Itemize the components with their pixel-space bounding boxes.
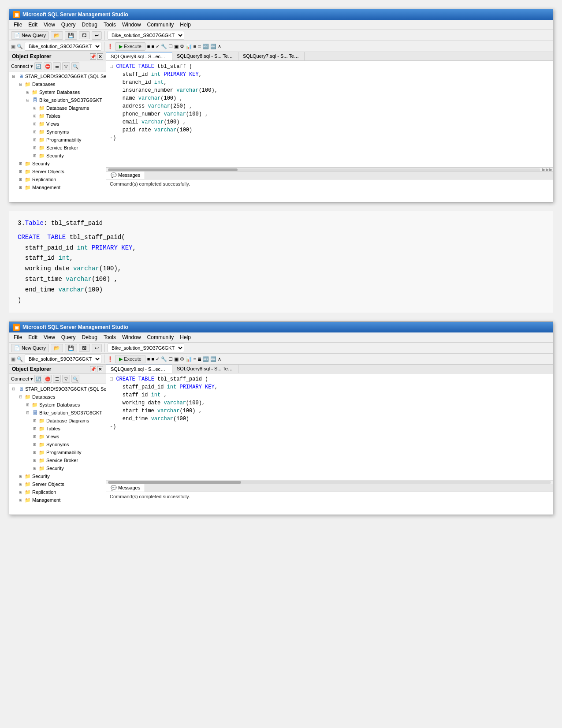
tree-item-databases-2[interactable]: ⊟ 📁 Databases — [9, 393, 106, 401]
expander-server-2[interactable]: ⊟ — [10, 385, 17, 392]
tab-query8-2[interactable]: SQLQuery8.sql - S... Techno Park (59)) — [172, 365, 238, 373]
expander-databases-2[interactable]: ⊟ — [17, 393, 24, 400]
tree-item-diagrams-1[interactable]: ⊞ 📁 Database Diagrams — [9, 104, 106, 112]
oe-btn2-2[interactable]: ⛔ — [44, 375, 52, 383]
oe-btn3-2[interactable]: ☰ — [53, 375, 61, 383]
expander-security-db-2[interactable]: ⊞ — [31, 465, 38, 472]
expander-tables-2[interactable]: ⊞ — [31, 425, 38, 432]
expander-prog-1[interactable]: ⊞ — [31, 136, 38, 143]
menu-community-2[interactable]: Community — [145, 333, 177, 341]
expander-security-srv-2[interactable]: ⊞ — [17, 473, 24, 480]
tab-query9-1[interactable]: SQLQuery9.sql - S...echno Park (60))* — [106, 52, 172, 60]
expander-databases-1[interactable]: ⊟ — [17, 81, 24, 88]
undo-btn-1[interactable]: ↩ — [92, 31, 102, 40]
save-btn-1[interactable]: 💾 — [65, 31, 77, 40]
tab-query9-2[interactable]: SQLQuery9.sql - S...echno Park (60))* — [106, 365, 172, 373]
new-query-btn-1[interactable]: 📄 New Query — [11, 31, 49, 40]
expander-management-2[interactable]: ⊞ — [17, 497, 24, 504]
tree-item-tables-1[interactable]: ⊞ 📁 Tables — [9, 112, 106, 120]
menu-help-1[interactable]: Help — [177, 21, 194, 29]
save-all-btn-1[interactable]: 🖫 — [79, 31, 90, 39]
db-dropdown-2[interactable]: Bike_solution_S9O37G6GKT — [25, 42, 101, 51]
menu-file-2[interactable]: File — [11, 333, 25, 341]
oe-btn1-2[interactable]: 🔄 — [34, 375, 42, 383]
tree-item-servicebroker-1[interactable]: ⊞ 📁 Service Broker — [9, 144, 106, 152]
execute-btn-1[interactable]: ▶ Execute — [115, 42, 145, 51]
tree-item-prog-2[interactable]: ⊞ 📁 Programmability — [9, 448, 106, 456]
tree-item-security-db-1[interactable]: ⊞ 📁 Security — [9, 152, 106, 160]
scrollbar-track-1[interactable] — [108, 168, 540, 171]
tree-item-bikedb-1[interactable]: ⊟ 🗄 Bike_solution_S9O37G6GKT — [9, 96, 106, 104]
oe-btn1-1[interactable]: 🔄 — [34, 62, 42, 70]
tree-item-servicebroker-2[interactable]: ⊞ 📁 Service Broker — [9, 456, 106, 464]
tree-item-bikedb-2[interactable]: ⊟ 🗄 Bike_solution_S9O37G6GKT — [9, 409, 106, 417]
oe-btn3-1[interactable]: ☰ — [53, 62, 61, 70]
expander-security-db-1[interactable]: ⊞ — [31, 152, 38, 159]
menu-tools-2[interactable]: Tools — [101, 333, 119, 341]
oe-pin-btn-1[interactable]: 📌 — [90, 53, 96, 60]
expander-prog-2[interactable]: ⊞ — [31, 449, 38, 456]
tree-item-security-srv-1[interactable]: ⊞ 📁 Security — [9, 160, 106, 168]
undo-btn-2[interactable]: ↩ — [92, 344, 102, 352]
oe-filter-btn-1[interactable]: ▽ — [62, 62, 70, 70]
scrollbar-track-2[interactable] — [108, 481, 551, 484]
tree-item-replication-2[interactable]: ⊞ 📁 Replication — [9, 488, 106, 496]
expander-bikedb-1[interactable]: ⊟ — [24, 97, 31, 104]
menu-view-2[interactable]: View — [41, 333, 58, 341]
tree-item-databases-1[interactable]: ⊟ 📁 Databases — [9, 80, 106, 88]
expander-views-2[interactable]: ⊞ — [31, 433, 38, 440]
menu-query-2[interactable]: Query — [59, 333, 78, 341]
oe-search-btn-2[interactable]: 🔍 — [71, 375, 79, 383]
menu-file-1[interactable]: File — [11, 21, 25, 29]
tree-item-security-db-2[interactable]: ⊞ 📁 Security — [9, 464, 106, 472]
db-dropdown-3[interactable]: Bike_solution_S9O37G6GKT — [108, 343, 184, 352]
expander-servicebroker-1[interactable]: ⊞ — [31, 144, 38, 151]
expander-synonyms-2[interactable]: ⊞ — [31, 441, 38, 448]
menu-debug-1[interactable]: Debug — [79, 21, 100, 29]
tree-item-synonyms-2[interactable]: ⊞ 📁 Synonyms — [9, 441, 106, 448]
tree-item-views-2[interactable]: ⊞ 📁 Views — [9, 433, 106, 441]
save-btn-2[interactable]: 💾 — [65, 344, 77, 352]
execute-btn-2[interactable]: ▶ Execute — [115, 355, 145, 363]
save-all-btn-2[interactable]: 🖫 — [79, 344, 90, 352]
expander-server-1[interactable]: ⊟ — [10, 73, 17, 80]
tree-item-serverobj-2[interactable]: ⊞ 📁 Server Objects — [9, 480, 106, 488]
tree-item-server-1[interactable]: ⊟ 🖥 STAR_LORD\S9O37G6GKT (SQL Serv... — [9, 72, 106, 80]
messages-tab-1[interactable]: 💬 Messages — [106, 172, 145, 179]
menu-view-1[interactable]: View — [41, 21, 58, 29]
menu-community-1[interactable]: Community — [145, 21, 177, 29]
expander-replication-1[interactable]: ⊞ — [17, 176, 24, 183]
menu-window-1[interactable]: Window — [119, 21, 144, 29]
expander-diagrams-1[interactable]: ⊞ — [31, 105, 38, 112]
tree-item-synonyms-1[interactable]: ⊞ 📁 Synonyms — [9, 128, 106, 136]
tab-query8-1[interactable]: SQLQuery8.sql - S... Techno Park (59)) — [172, 52, 238, 60]
tree-item-diagrams-2[interactable]: ⊞ 📁 Database Diagrams — [9, 417, 106, 425]
open-btn-1[interactable]: 📂 — [51, 31, 63, 40]
expander-synonyms-1[interactable]: ⊞ — [31, 128, 38, 135]
tree-item-server-2[interactable]: ⊟ 🖥 STAR_LORD\S9O37G6GKT (SQL Serv... — [9, 385, 106, 393]
tab-query7-1[interactable]: SQLQuery7.sql - S... Techno P — [238, 52, 305, 60]
expander-servicebroker-2[interactable]: ⊞ — [31, 457, 38, 464]
code-editor-2[interactable]: □ CREATE TABLE tbl_staff_paid ( staff_pa… — [106, 373, 553, 480]
tree-item-replication-1[interactable]: ⊞ 📁 Replication — [9, 175, 106, 183]
tree-item-tables-2[interactable]: ⊞ 📁 Tables — [9, 425, 106, 433]
expander-diagrams-2[interactable]: ⊞ — [31, 417, 38, 424]
expander-serverobj-2[interactable]: ⊞ — [17, 481, 24, 488]
menu-help-2[interactable]: Help — [177, 333, 194, 341]
tree-item-sysdb-1[interactable]: ⊞ 📁 System Databases — [9, 88, 106, 96]
menu-window-2[interactable]: Window — [119, 333, 144, 341]
expander-views-1[interactable]: ⊞ — [31, 120, 38, 127]
oe-close-btn-2[interactable]: ✕ — [97, 366, 103, 372]
oe-close-btn-1[interactable]: ✕ — [97, 53, 103, 60]
menu-debug-2[interactable]: Debug — [79, 333, 100, 341]
expander-management-1[interactable]: ⊞ — [17, 184, 24, 191]
db-dropdown-1[interactable]: Bike_solution_S9O37G6GKT — [108, 31, 184, 40]
code-editor-1[interactable]: □ CREATE TABLE tbl_staff ( staff_id int … — [106, 61, 553, 168]
new-query-btn-2[interactable]: 📄 New Query — [11, 344, 49, 352]
oe-filter-btn-2[interactable]: ▽ — [62, 375, 70, 383]
tree-item-serverobj-1[interactable]: ⊞ 📁 Server Objects — [9, 168, 106, 175]
menu-edit-2[interactable]: Edit — [26, 333, 40, 341]
tree-item-sysdb-2[interactable]: ⊞ 📁 System Databases — [9, 401, 106, 409]
oe-btn2-1[interactable]: ⛔ — [44, 62, 52, 70]
expander-tables-1[interactable]: ⊞ — [31, 112, 38, 119]
